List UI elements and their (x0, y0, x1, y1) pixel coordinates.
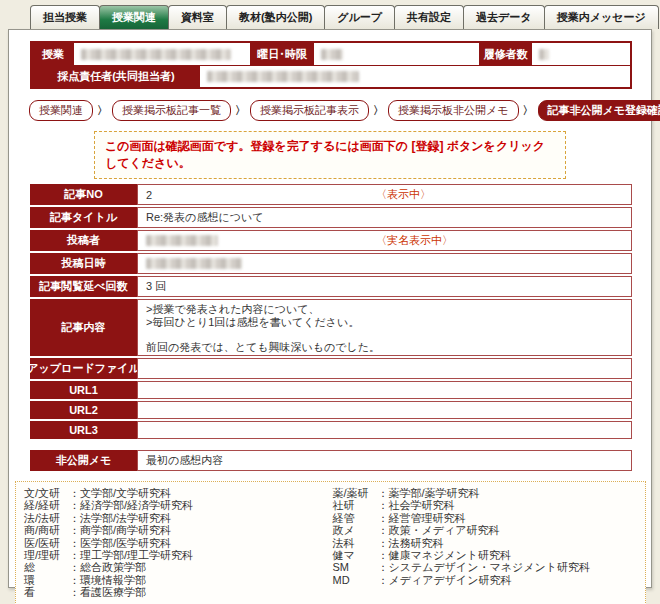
article-url1-label: URL1 (30, 381, 137, 399)
article-title-value: Re:発表の感想について (137, 207, 632, 228)
legend-name: 健康マネジメント研究科 (389, 549, 512, 561)
legend-abbr: 看 (24, 586, 69, 598)
breadcrumb-article-list[interactable]: 授業掲示板記事一覧 (112, 100, 231, 121)
legend-name: 総合政策学部 (80, 561, 146, 573)
legend-name: 理工学部/理工学研究科 (80, 549, 193, 561)
article-no-label: 記事NO (30, 184, 137, 205)
legend-colon: ： (69, 574, 80, 586)
breadcrumb-separator: 〉 (373, 103, 384, 118)
realname-status-badge: 〈実名表示中〉 (376, 233, 453, 248)
legend-colon: ： (378, 574, 389, 586)
article-row-no: 記事NO 2 〈表示中〉 (30, 184, 632, 205)
legend-abbr: 法科 (333, 537, 378, 549)
legend-colon: ： (69, 499, 80, 511)
legend-item: 薬/薬研：薬学部/薬学研究科 (333, 487, 642, 499)
breadcrumb-current-memo-confirm: 記事非公開メモ登録確認 (538, 100, 660, 121)
course-enrolled-label: 履修者数 (479, 43, 532, 65)
article-poster-value: 〈実名表示中〉 (137, 230, 632, 251)
legend-abbr: 健マ (333, 549, 378, 561)
legend-colon: ： (69, 512, 80, 524)
article-upload-file-value (137, 358, 632, 379)
legend-colon: ： (378, 537, 389, 549)
visibility-status-badge: 〈表示中〉 (376, 187, 431, 202)
course-day-period-label: 曜日･時限 (250, 43, 314, 65)
legend-item: 商/商研：商学部/商学研究科 (24, 524, 333, 536)
legend-colon: ： (69, 549, 80, 561)
tab-teaching-materials[interactable]: 教材(塾内公開) (226, 5, 325, 29)
article-url2-value (137, 401, 632, 419)
article-url2-label: URL2 (30, 401, 137, 419)
article-no-text: 2 (146, 189, 152, 201)
breadcrumb-private-memo[interactable]: 授業掲示板非公開メモ (388, 100, 519, 121)
course-grader-value (200, 66, 630, 87)
tab-class-related[interactable]: 授業関連 (99, 5, 169, 29)
breadcrumb-separator: 〉 (235, 103, 246, 118)
course-grader-label: 採点責任者(共同担当者) (32, 66, 200, 87)
legend-item: 経/経研：経済学部/経済学研究科 (24, 499, 333, 511)
tab-materials-room[interactable]: 資料室 (168, 5, 227, 29)
tab-class-messages[interactable]: 授業内メッセージ (544, 5, 659, 29)
legend-abbr: 文/文研 (24, 487, 69, 499)
legend-colon: ： (69, 537, 80, 549)
legend-colon: ： (378, 524, 389, 536)
redacted-class-name (81, 49, 231, 60)
tab-share-settings[interactable]: 共有設定 (394, 5, 464, 29)
legend-item: MD：メディアデザイン研究科 (333, 574, 642, 586)
article-url3-label: URL3 (30, 421, 137, 439)
legend-item: 法科：法務研究科 (333, 537, 642, 549)
legend-abbr: 経管 (333, 512, 378, 524)
legend-abbr: 薬/薬研 (333, 487, 378, 499)
legend-colon: ： (69, 524, 80, 536)
article-view-count-value: 3 回 (137, 276, 632, 297)
tab-groups[interactable]: グループ (324, 5, 395, 29)
article-body-value: >授業で発表された内容について、 >毎回ひとり1回は感想を書いてください。 前回… (137, 299, 632, 356)
private-memo-value: 最初の感想内容 (137, 450, 632, 471)
faculty-legend: 文/文研：文学部/文学研究科 経/経研：経済学部/経済学研究科 法/法研：法学部… (15, 481, 646, 604)
legend-item: 社研：社会学研究科 (333, 499, 642, 511)
confirmation-notice: この画面は確認画面です。登録を完了するには画面下の [登録] ボタンをクリックし… (94, 131, 566, 179)
legend-name: 政策・メディア研究科 (389, 524, 500, 536)
redacted-day-period (321, 49, 343, 60)
breadcrumb-article-view[interactable]: 授業掲示板記事表示 (250, 100, 369, 121)
legend-name: システムデザイン・マネジメント研究科 (389, 561, 591, 573)
legend-name: 法務研究科 (389, 537, 444, 549)
private-memo-row: 非公開メモ 最初の感想内容 (30, 450, 632, 471)
tab-past-data[interactable]: 過去データ (463, 5, 545, 29)
legend-name: 商学部/商学研究科 (80, 524, 171, 536)
legend-item: 総：総合政策学部 (24, 561, 333, 573)
legend-abbr: 総 (24, 561, 69, 573)
legend-item: 看：看護医療学部 (24, 586, 333, 598)
private-memo-label: 非公開メモ (30, 450, 137, 471)
legend-colon: ： (378, 561, 389, 573)
article-title-text: Re:発表の感想について (146, 210, 263, 225)
legend-item: 法/法研：法学部/法学研究科 (24, 512, 333, 524)
legend-colon: ： (378, 499, 389, 511)
faculty-legend-left-column: 文/文研：文学部/文学研究科 経/経研：経済学部/経済学研究科 法/法研：法学部… (24, 487, 333, 599)
course-enrolled-value (532, 43, 630, 65)
private-memo-text: 最初の感想内容 (146, 453, 223, 468)
private-memo-table: 非公開メモ 最初の感想内容 (30, 450, 632, 471)
article-no-value: 2 〈表示中〉 (137, 184, 632, 205)
legend-abbr: 経/経研 (24, 499, 69, 511)
article-row-title: 記事タイトル Re:発表の感想について (30, 207, 632, 228)
tab-assigned-classes[interactable]: 担当授業 (30, 5, 100, 29)
legend-item: 理/理研：理工学部/理工学研究科 (24, 549, 333, 561)
breadcrumb-class-related[interactable]: 授業関連 (29, 100, 93, 121)
redacted-poster-name (146, 235, 218, 246)
article-row-posted-at: 投稿日時 (30, 253, 632, 274)
legend-abbr: 商/商研 (24, 524, 69, 536)
legend-name: 社会学研究科 (389, 499, 455, 511)
article-row-url2: URL2 (30, 401, 632, 419)
legend-name: 文学部/文学研究科 (80, 487, 171, 499)
legend-name: 法学部/法学研究科 (80, 512, 171, 524)
legend-colon: ： (69, 487, 80, 499)
article-url1-value (137, 381, 632, 399)
article-row-upload-file: アップロードファイル (30, 358, 632, 379)
article-row-url3: URL3 (30, 421, 632, 439)
legend-name: 環境情報学部 (80, 574, 146, 586)
legend-abbr: SM (333, 561, 378, 573)
article-table: 記事NO 2 〈表示中〉 記事タイトル Re:発表の感想について 投稿者 〈実名… (30, 184, 632, 439)
legend-abbr: MD (333, 574, 378, 586)
legend-abbr: 法/法研 (24, 512, 69, 524)
article-body-label: 記事内容 (30, 299, 137, 356)
